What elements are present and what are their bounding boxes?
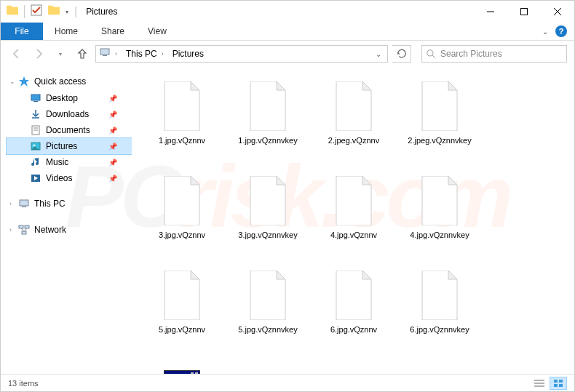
breadcrumb-this-pc[interactable]: This PC› [122,49,168,59]
file-tab[interactable]: File [1,23,43,40]
file-name: 1.jpg.vQznnv [159,132,205,145]
window-title: Pictures [86,7,117,17]
svg-rect-13 [31,95,40,100]
sidebar-item-videos[interactable]: Videos📌 [7,170,132,186]
file-icon [413,80,466,132]
svg-point-11 [427,49,433,55]
address-bar: ▾ › This PC› Pictures ⌄ Search Pictures [1,41,574,67]
minimize-button[interactable] [474,1,507,23]
back-button[interactable] [8,45,25,63]
caret-right-icon: › [9,226,12,233]
file-icon [328,269,380,321]
sidebar-item-label: Pictures [46,141,77,151]
file-pane[interactable]: 1.jpg.vQznnv1.jpg.vQznnvkey2.jpeg.vQznnv… [132,67,574,374]
checkbox-icon[interactable] [31,4,42,19]
breadcrumb-dropdown-icon[interactable]: ⌄ [373,50,384,58]
refresh-button[interactable] [392,45,411,63]
qat-dropdown-icon[interactable]: ▾ [66,9,68,15]
svg-rect-1 [7,6,12,9]
svg-rect-4 [48,6,53,9]
file-icon [156,364,208,374]
help-icon[interactable]: ? [555,25,567,37]
network-icon [18,224,30,236]
sidebar-item-label: Music [46,157,68,167]
ribbon-expand-icon[interactable]: ⌄ [542,28,548,36]
file-icon [242,175,294,227]
sidebar-item-documents[interactable]: Documents📌 [7,122,132,138]
sidebar: ⌄ Quick access Desktop📌Downloads📌Documen… [1,67,132,374]
close-button[interactable] [541,1,574,23]
svg-rect-30 [164,371,199,374]
status-bar: 13 items [1,374,574,391]
sidebar-item-music[interactable]: Music📌 [7,154,132,170]
file-item[interactable]: 3.jpg.vQznnvkey [225,172,311,266]
details-view-button[interactable] [531,377,548,390]
file-item[interactable]: 1.jpg.vQznnvkey [225,77,311,172]
search-icon [427,49,436,59]
svg-rect-23 [22,207,26,207]
sidebar-quick-access[interactable]: ⌄ Quick access [7,74,132,90]
chevron-right-icon[interactable]: › [115,50,117,57]
qat-folder-icon[interactable] [48,4,60,19]
recent-dropdown-icon[interactable]: ▾ [52,45,69,63]
file-icon [328,80,380,132]
tab-view[interactable]: View [136,23,178,40]
file-icon [242,80,294,132]
chevron-right-icon[interactable]: › [162,50,164,57]
file-item[interactable]: 3.jpg.vQznnv [139,172,225,266]
sidebar-network[interactable]: › Network [7,223,132,239]
file-name: 4.jpg.vQznnvkey [410,227,469,240]
caret-right-icon: › [9,200,12,207]
tab-share[interactable]: Share [90,23,136,40]
file-item[interactable]: 4.jpg.vQznnvkey [397,172,483,266]
file-item[interactable]: 6.jpg.vQznnvkey [397,266,483,361]
file-item[interactable]: 2.jpeg.vQznnv [311,77,397,172]
file-item[interactable]: 2.jpeg.vQznnvkey [397,77,483,172]
maximize-button[interactable] [507,1,541,23]
file-name: 2.jpeg.vQznnv [328,132,379,145]
sidebar-item-downloads[interactable]: Downloads📌 [7,106,132,122]
file-icon [413,269,466,321]
file-item[interactable]: 5.jpg.vQznnv [139,266,225,361]
file-icon [328,175,380,227]
svg-rect-24 [19,225,23,228]
desktop-icon [30,92,41,104]
pc-icon [18,198,30,209]
file-item[interactable]: 4.jpg.vQznnv [311,172,397,266]
sidebar-item-pictures[interactable]: Pictures📌 [7,138,132,154]
svg-rect-32 [195,372,198,374]
music-icon [30,156,41,168]
svg-rect-31 [191,372,194,374]
pin-icon: 📌 [108,175,117,183]
svg-rect-26 [22,231,26,234]
search-placeholder: Search Pictures [440,49,502,59]
titlebar: ▾ | Pictures [1,1,574,23]
star-icon [18,76,30,87]
file-item[interactable]: DECRYPT-vQznnv-decrypt.hta [139,361,225,374]
svg-rect-14 [33,101,38,102]
file-name: 5.jpg.vQznnv [159,321,205,335]
svg-rect-39 [559,384,563,387]
file-name: 3.jpg.vQznnv [159,227,205,240]
svg-line-27 [21,228,24,231]
icons-view-button[interactable] [550,377,567,390]
breadcrumb[interactable]: › This PC› Pictures ⌄ [95,45,388,63]
file-item[interactable]: 1.jpg.vQznnv [139,77,225,172]
videos-icon [30,172,41,184]
svg-rect-22 [20,200,28,206]
sidebar-this-pc[interactable]: › This PC [7,196,132,212]
up-button[interactable] [74,45,91,63]
file-item[interactable]: 6.jpg.vQznnv [311,266,397,361]
file-name: 4.jpg.vQznnv [330,227,377,240]
search-input[interactable]: Search Pictures [421,45,567,63]
folder-icon [7,4,18,19]
svg-rect-25 [25,225,29,228]
forward-button[interactable] [30,45,47,63]
sidebar-item-desktop[interactable]: Desktop📌 [7,90,132,106]
tab-home[interactable]: Home [43,23,90,40]
svg-line-28 [24,228,27,231]
breadcrumb-pictures[interactable]: Pictures [168,49,208,59]
svg-line-12 [432,55,435,58]
file-item[interactable]: 5.jpg.vQznnvkey [225,266,311,361]
pin-icon: 📌 [108,143,117,151]
